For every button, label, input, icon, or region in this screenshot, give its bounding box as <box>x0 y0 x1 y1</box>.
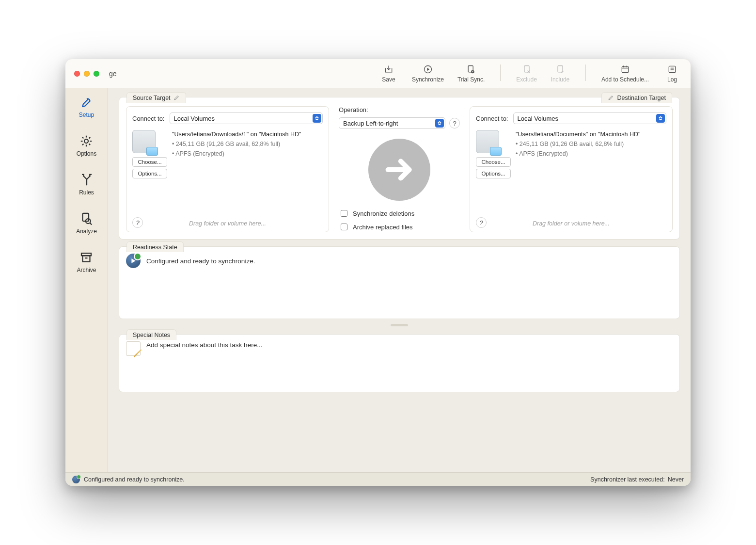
connect-to-label: Connect to: <box>132 115 165 122</box>
destination-options-button[interactable]: Options... <box>476 169 511 178</box>
status-bar: Configured and ready to synchronize. Syn… <box>65 472 691 486</box>
destination-format: • APFS (Encrypted) <box>516 149 640 158</box>
pencil-icon[interactable] <box>608 95 614 101</box>
destination-connect-value: Local Volumes <box>518 115 559 122</box>
add-to-schedule-button[interactable]: Add to Schedule... <box>601 64 649 83</box>
toolbar-separator <box>500 64 501 81</box>
archive-replaced-checkbox[interactable]: Archive replaced files <box>339 222 460 232</box>
source-options-button[interactable]: Options... <box>132 169 167 178</box>
arrow-right-icon <box>382 153 416 187</box>
source-drop-hint: Drag folder or volume here... <box>189 220 266 227</box>
svg-point-7 <box>84 139 88 143</box>
source-capacity: • 245,11 GB (91,26 GB avail, 62,8% full) <box>172 140 301 148</box>
save-label: Save <box>382 76 395 83</box>
include-label: Include <box>551 76 570 83</box>
play-circle-icon <box>423 64 433 74</box>
readiness-tab-label: Readiness State <box>133 242 177 253</box>
svg-rect-6 <box>669 66 675 72</box>
direction-indicator <box>368 139 430 201</box>
operation-help-button[interactable]: ? <box>449 118 460 128</box>
source-path: "Users/tetiana/Downloads/1" on "Macintos… <box>172 130 301 139</box>
special-notes-tab: Special Notes <box>126 329 176 340</box>
source-choose-button[interactable]: Choose... <box>132 157 167 167</box>
close-button[interactable] <box>74 71 80 77</box>
sidebar-item-analyze[interactable]: Analyze <box>76 209 97 237</box>
destination-choose-button[interactable]: Choose... <box>476 157 511 167</box>
sidebar-item-options[interactable]: Options <box>77 132 96 159</box>
minimize-button[interactable] <box>84 71 90 77</box>
download-box-icon <box>384 64 394 74</box>
doc-check-icon <box>555 64 565 74</box>
sidebar-item-rules[interactable]: Rules <box>79 171 94 198</box>
ready-status-icon <box>126 254 141 268</box>
sync-deletions-label: Synchronize deletions <box>353 210 414 217</box>
source-target-box: Connect to: Local Volumes <box>126 106 329 232</box>
window-controls <box>74 71 99 77</box>
footer-last-value: Never <box>668 476 684 483</box>
add-to-schedule-label: Add to Schedule... <box>601 76 649 83</box>
wrench-icon <box>79 95 94 110</box>
save-button[interactable]: Save <box>379 64 398 83</box>
split-grip[interactable] <box>391 324 408 326</box>
sidebar-item-label: Options <box>77 150 96 157</box>
svg-rect-4 <box>558 65 563 72</box>
synchronize-label: Synchronize <box>412 76 444 83</box>
source-help-button[interactable]: ? <box>132 217 143 228</box>
chevrons-icon <box>435 119 444 128</box>
operation-select[interactable]: Backup Left-to-right <box>339 117 445 129</box>
source-connect-select[interactable]: Local Volumes <box>170 112 323 124</box>
sidebar-item-setup[interactable]: Setup <box>79 93 94 120</box>
operation-label: Operation: <box>339 106 460 113</box>
chevrons-icon <box>656 114 665 123</box>
source-connect-value: Local Volumes <box>174 115 215 122</box>
sidebar-item-label: Setup <box>79 112 94 118</box>
include-button[interactable]: Include <box>551 64 570 83</box>
svg-rect-5 <box>622 66 628 73</box>
special-notes-text[interactable]: Add special notes about this task here..… <box>146 341 262 356</box>
calendar-icon <box>620 64 630 74</box>
disk-icon <box>132 130 156 153</box>
destination-help-button[interactable]: ? <box>476 217 487 228</box>
destination-target-label: Destination Target <box>617 93 666 103</box>
pencil-icon[interactable] <box>173 95 180 101</box>
source-target-tab: Source Target <box>126 92 186 103</box>
destination-connect-select[interactable]: Local Volumes <box>513 112 667 124</box>
connect-to-label: Connect to: <box>476 115 508 122</box>
synchronize-button[interactable]: Synchronize <box>412 64 444 83</box>
readiness-text: Configured and ready to synchronize. <box>146 257 255 265</box>
footer-last-label: Synchronizer last executed: <box>590 476 665 483</box>
operation-value: Backup Left-to-right <box>343 120 398 127</box>
log-label: Log <box>667 76 677 83</box>
sidebar-item-label: Rules <box>79 189 94 196</box>
destination-path: "Users/tetiana/Documents" on "Macintosh … <box>516 130 640 139</box>
archive-replaced-label: Archive replaced files <box>353 224 413 231</box>
sidebar-item-archive[interactable]: Archive <box>77 248 96 275</box>
special-notes-tab-label: Special Notes <box>133 330 170 340</box>
sync-deletions-checkbox[interactable]: Synchronize deletions <box>339 208 460 218</box>
doc-x-icon <box>522 64 532 74</box>
window-title: ge <box>109 70 117 78</box>
zoom-button[interactable] <box>94 71 99 77</box>
svg-rect-11 <box>83 256 90 262</box>
sidebar-item-label: Archive <box>77 267 96 273</box>
destination-target-box: Connect to: Local Volumes <box>470 106 673 232</box>
disk-icon <box>476 130 499 153</box>
log-button[interactable]: Log <box>662 64 682 83</box>
status-icon <box>72 476 80 483</box>
titlebar: ge Save Synchronize Trial Sync. Excl <box>65 59 691 88</box>
source-target-label: Source Target <box>133 93 171 103</box>
trial-sync-button[interactable]: Trial Sync. <box>457 64 485 83</box>
gear-icon <box>79 134 94 148</box>
toolbar-separator <box>585 64 586 81</box>
operation-column: Operation: Backup Left-to-right ? <box>339 106 460 232</box>
doc-play-icon <box>466 64 476 74</box>
destination-capacity: • 245,11 GB (91,26 GB avail, 62,8% full) <box>516 140 640 148</box>
readiness-tab: Readiness State <box>126 241 184 252</box>
destination-drop-hint: Drag folder or volume here... <box>533 220 610 227</box>
exclude-label: Exclude <box>516 76 537 83</box>
log-icon <box>667 64 677 74</box>
archive-box-icon <box>79 250 94 265</box>
content-area: Source Target Destination Target Connec <box>108 88 691 472</box>
trial-sync-label: Trial Sync. <box>457 76 485 83</box>
exclude-button[interactable]: Exclude <box>516 64 537 83</box>
